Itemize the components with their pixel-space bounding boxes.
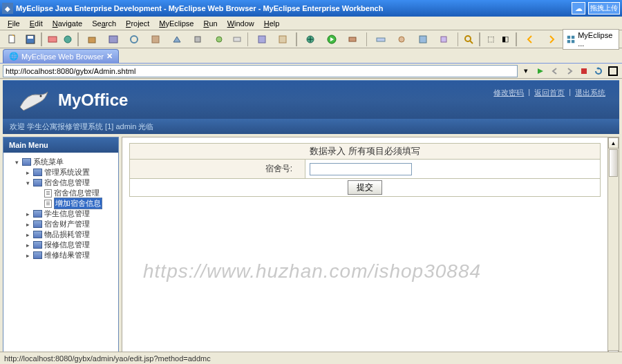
tree-node[interactable]: 增加宿舍信息 [6,198,115,209]
toolbar-icon[interactable] [413,32,433,47]
menu-navigate[interactable]: Navigate [48,18,87,29]
editor-tab-bar: 🌐 MyEclipse Web Browser ✕ [0,48,622,64]
close-icon[interactable]: ✕ [106,52,113,61]
url-bar: ▾ [0,64,622,79]
svg-rect-0 [9,35,15,43]
toolbar-icon[interactable] [61,32,75,47]
submit-button[interactable]: 提交 [348,180,382,195]
expander-icon[interactable]: ▾ [24,179,32,186]
change-password-link[interactable]: 修改密码 [493,88,524,98]
toolbar-icon[interactable] [392,32,412,47]
refresh-button[interactable] [592,65,605,77]
tree-node[interactable]: ▸宿舍财产管理 [6,219,115,229]
search-button[interactable] [462,32,475,47]
dorm-input[interactable] [310,163,412,175]
watermark: https://www.huzhan.com/ishop30884 [143,260,481,282]
tree-node[interactable]: ▸学生信息管理 [6,209,115,219]
forward-button[interactable] [542,32,562,47]
cloud-icon[interactable]: ☁ [572,2,585,15]
menu-project[interactable]: Project [121,18,154,29]
maximize-icon[interactable] [607,65,619,77]
welcome-bar: 欢迎 学生公寓报修管理系统 [1] admin 光临 [3,119,619,134]
package-button[interactable] [82,32,102,47]
url-back-button[interactable] [549,65,561,77]
toolbar-icon[interactable]: ⬚ [484,32,498,47]
svg-rect-13 [279,36,286,43]
tab-browser[interactable]: 🌐 MyEclipse Web Browser ✕ [3,49,119,63]
url-dropdown[interactable]: ▾ [520,65,532,77]
expander-icon[interactable]: ▸ [24,241,32,249]
tree-label: 管理系统设置 [44,167,90,178]
vertical-scrollbar[interactable]: ▲ ▼ [607,137,619,361]
stop-button[interactable] [578,65,590,77]
run-button[interactable] [322,32,342,47]
menu-file[interactable]: FFileile [3,18,25,29]
content-area: 数据录入 所有项目必须填写 宿舍号: 提交 https://www.huzhan… [122,137,619,362]
tree-node[interactable]: ▾宿舍信息管理 [6,178,115,188]
svg-rect-25 [572,39,574,42]
toolbar-icon[interactable] [209,32,229,47]
expander-icon[interactable]: ▸ [24,220,32,228]
app-icon: ◆ [2,3,13,14]
toolbar-icon[interactable] [124,32,144,47]
window-titlebar: ◆ MyEclipse Java Enterprise Development … [0,0,622,17]
page-icon [44,189,52,198]
debug-button[interactable] [301,32,321,47]
main-toolbar: ⬚ ◧ MyEclipse ... [0,30,622,48]
scroll-up-icon[interactable]: ▲ [608,137,619,149]
expander-icon[interactable] [35,200,43,207]
menu-edit[interactable]: Edit [25,18,48,29]
folder-icon [33,179,42,186]
toolbar-icon[interactable] [370,32,390,47]
tree-node[interactable]: ▾系统菜单 [6,157,115,167]
tree-label: 增加宿舍信息 [54,198,102,209]
menu-window[interactable]: Window [223,18,259,29]
tree-node[interactable]: 宿舍信息管理 [6,188,115,198]
tree-node[interactable]: ▸报修信息管理 [6,240,115,250]
menu-myeclipse[interactable]: MyEclipse [154,18,198,29]
folder-icon [33,251,42,259]
expander-icon[interactable]: ▸ [24,231,32,238]
perspective-label: MyEclipse ... [578,31,616,48]
toolbar-icon[interactable] [46,32,59,47]
folder-icon [33,210,42,218]
go-button[interactable] [534,65,547,77]
expander-icon[interactable]: ▸ [24,210,32,218]
dorm-label: 宿舍号: [130,160,305,178]
url-input[interactable] [3,65,518,77]
upload-button[interactable]: 拖拽上传 [588,2,620,15]
expander-icon[interactable]: ▸ [24,169,32,176]
window-title: MyEclipse Java Enterprise Development - … [16,4,572,12]
svg-point-4 [64,36,71,43]
tree-node[interactable]: ▸物品损耗管理 [6,229,115,240]
svg-point-21 [465,36,471,41]
svg-rect-26 [581,68,587,74]
save-button[interactable] [24,32,38,47]
toolbar-icon[interactable] [343,32,363,47]
back-button[interactable] [520,32,540,47]
sidebar: Main Menu ▾系统菜单▸管理系统设置▾宿舍信息管理宿舍信息管理增加宿舍信… [3,137,119,362]
toolbar-icon[interactable] [273,32,293,47]
toolbar-icon[interactable] [104,32,124,47]
home-link[interactable]: 返回首页 [534,88,565,98]
toolbar-icon[interactable] [188,32,208,47]
toolbar-icon[interactable] [252,32,272,47]
url-forward-button[interactable] [563,65,576,77]
tree-node[interactable]: ▸管理系统设置 [6,167,115,178]
toolbar-icon[interactable]: ◧ [499,32,513,47]
scroll-thumb[interactable] [609,149,618,177]
toolbar-icon[interactable] [146,32,166,47]
toolbar-icon[interactable] [167,32,187,47]
menu-help[interactable]: Help [259,18,285,29]
toolbar-icon[interactable] [434,32,454,47]
toolbar-icon[interactable] [230,32,244,47]
menu-search[interactable]: Search [87,18,121,29]
logout-link[interactable]: 退出系统 [575,88,605,98]
menu-run[interactable]: Run [198,18,222,29]
new-button[interactable] [3,32,23,47]
tree-node[interactable]: ▸维修结果管理 [6,250,115,260]
expander-icon[interactable]: ▸ [24,251,32,259]
perspective-switcher[interactable]: MyEclipse ... [563,29,619,50]
expander-icon[interactable]: ▾ [13,158,21,166]
expander-icon[interactable] [35,189,43,197]
